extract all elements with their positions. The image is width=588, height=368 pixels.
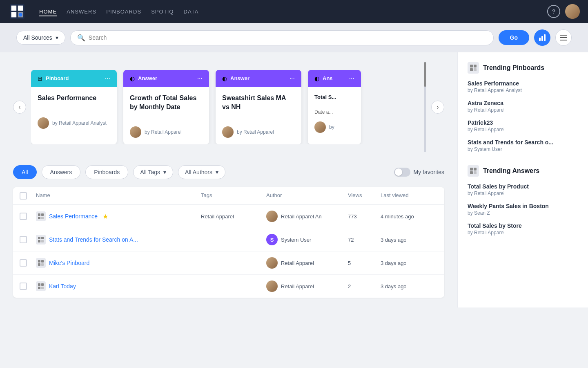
user-avatar[interactable] <box>565 4 580 19</box>
row-3-lastviewed: 3 days ago <box>381 283 438 289</box>
card-3-author: by <box>329 124 334 130</box>
row-1-author: S System User <box>266 234 348 245</box>
row-2-author-name: Retail Apparel <box>281 260 314 266</box>
authors-dropdown[interactable]: All Authors ▾ <box>178 165 225 179</box>
svg-point-5 <box>19 13 22 17</box>
right-sidebar: Trending Pinboards Sales Performance by … <box>457 52 588 307</box>
card-1-type: Answer <box>138 75 157 81</box>
navbar-right: ? <box>547 4 580 19</box>
th-tags: Tags <box>201 192 266 200</box>
row-2-avatar-img <box>266 257 278 269</box>
th-name: Name <box>36 192 201 200</box>
sources-label: All Sources <box>23 34 52 41</box>
trending-pinboard-2[interactable]: Patrick23 by Retail Apparel <box>468 119 578 132</box>
card-1-author: by Retail Apparel <box>145 129 182 135</box>
row-0-checkbox[interactable] <box>20 213 27 220</box>
row-3-avatar-img <box>266 280 278 292</box>
sources-dropdown[interactable]: All Sources ▾ <box>16 31 65 45</box>
row-3-name: Karl Today <box>36 281 201 291</box>
nav-answers[interactable]: ANSWERS <box>67 7 96 16</box>
card-0-avatar <box>38 117 49 129</box>
filter-pinboards[interactable]: Pinboards <box>85 165 128 179</box>
nav-home[interactable]: HOME <box>39 7 57 16</box>
sources-chevron-icon: ▾ <box>56 34 58 41</box>
nav-data[interactable]: DATA <box>183 7 198 16</box>
trending-pinboard-3[interactable]: Stats and Trends for Search o... by Syst… <box>468 139 578 152</box>
row-1-views: 72 <box>348 237 381 243</box>
th-views: Views <box>348 192 381 200</box>
row-3-checkbox[interactable] <box>20 283 27 290</box>
trending-answer-1[interactable]: Weekly Pants Sales in Boston by Sean Z <box>468 203 578 216</box>
card-3[interactable]: ◐ Ans ··· Total S... Date a... by <box>308 70 361 145</box>
card-0[interactable]: ⊞ Pinboard ··· Sales Performance by Reta… <box>31 70 117 145</box>
card-1-body: Growth of Total Sales by Monthly Date <box>123 87 209 127</box>
trending-answer-0-title: Total Sales by Product <box>468 183 578 190</box>
navbar: HOME ANSWERS PINBOARDS SPOTIQ DATA ? <box>0 0 588 23</box>
card-3-menu[interactable]: ··· <box>349 75 354 82</box>
logo[interactable] <box>8 2 26 20</box>
row-0-star-icon[interactable]: ★ <box>102 213 108 220</box>
row-1-title[interactable]: Stats and Trends for Search on A... <box>49 236 138 243</box>
card-0-footer: by Retail Apparel Analyst <box>31 117 117 135</box>
card-1[interactable]: ◐ Answer ··· Growth of Total Sales by Mo… <box>123 70 209 145</box>
row-2-author-avatar <box>266 257 278 269</box>
card-1-menu[interactable]: ··· <box>197 75 203 82</box>
trending-answer-1-title: Weekly Pants Sales in Boston <box>468 203 578 209</box>
svg-rect-25 <box>41 283 44 286</box>
nav-spotiq[interactable]: SPOTIQ <box>151 7 174 16</box>
svg-rect-20 <box>38 260 40 263</box>
row-1-checkbox[interactable] <box>20 236 27 243</box>
svg-rect-7 <box>541 36 543 41</box>
trending-pinboard-0[interactable]: Sales Performance by Retail Apparel Anal… <box>468 80 578 93</box>
card-0-body: Sales Performance <box>31 87 117 117</box>
authors-chevron-icon: ▾ <box>216 169 218 175</box>
trending-pinboard-3-title: Stats and Trends for Search o... <box>468 139 578 146</box>
card-2-body: Sweatshirt Sales MA vs NH <box>216 87 301 127</box>
card-0-menu[interactable]: ··· <box>105 75 110 82</box>
row-3-title[interactable]: Karl Today <box>49 283 76 289</box>
svg-rect-26 <box>38 287 40 289</box>
trending-answer-0[interactable]: Total Sales by Product by Retail Apparel <box>468 183 578 196</box>
carousel-prev-button[interactable]: ‹ <box>13 101 26 114</box>
favorites-toggle[interactable] <box>394 168 410 177</box>
go-button[interactable]: Go <box>499 30 529 45</box>
svg-rect-12 <box>38 213 40 216</box>
svg-rect-32 <box>470 168 473 171</box>
row-0-author-name: Retail Apparel An <box>281 213 322 220</box>
table-row: Sales Performance ★ Retail Apparel Retai… <box>13 205 444 228</box>
card-2-menu[interactable]: ··· <box>290 75 295 82</box>
cards-section: ‹ ⊞ Pinboard ··· Sales Performance <box>13 62 444 152</box>
card-2-avatar <box>222 126 234 138</box>
header-checkbox[interactable] <box>20 192 27 200</box>
trending-answers-label: Trending Answers <box>483 167 539 175</box>
trending-pinboard-3-sub: by System User <box>468 146 578 152</box>
trending-answer-2[interactable]: Total Sales by Store by Retail Apparel <box>468 222 578 236</box>
svg-rect-8 <box>544 34 546 41</box>
svg-rect-22 <box>38 263 40 266</box>
row-1-lastviewed: 3 days ago <box>381 237 438 243</box>
help-button[interactable]: ? <box>547 5 560 18</box>
tags-dropdown[interactable]: All Tags ▾ <box>133 165 173 179</box>
row-2-views: 5 <box>348 260 381 266</box>
card-2-footer: by Retail Apparel <box>216 126 301 144</box>
filter-answers[interactable]: Answers <box>42 165 81 179</box>
menu-icon-button[interactable] <box>555 29 572 46</box>
row-2-checkbox[interactable] <box>20 259 27 267</box>
trending-pinboard-1[interactable]: Astra Zeneca by Retail Apparel <box>468 100 578 113</box>
search-input[interactable] <box>89 34 487 41</box>
row-0-tags: Retail Apparel <box>201 213 266 220</box>
nav-pinboards[interactable]: PINBOARDS <box>106 7 141 16</box>
card-2[interactable]: ◐ Answer ··· Sweatshirt Sales MA vs NH b… <box>216 70 301 145</box>
row-0-title[interactable]: Sales Performance <box>49 213 98 220</box>
card-0-header: ⊞ Pinboard ··· <box>31 70 117 87</box>
row-2-title[interactable]: Mike's Pinboard <box>49 260 89 266</box>
trending-pinboards-section: Trending Pinboards Sales Performance by … <box>468 62 578 152</box>
svg-rect-23 <box>41 263 44 266</box>
row-3-type-icon <box>36 281 46 291</box>
svg-rect-34 <box>470 171 473 174</box>
filter-all[interactable]: All <box>13 165 37 179</box>
chart-icon-button[interactable] <box>534 29 550 46</box>
carousel-next-button[interactable]: › <box>431 101 444 114</box>
row-0-author-avatar <box>266 211 278 222</box>
left-content: ‹ ⊞ Pinboard ··· Sales Performance <box>0 52 457 307</box>
